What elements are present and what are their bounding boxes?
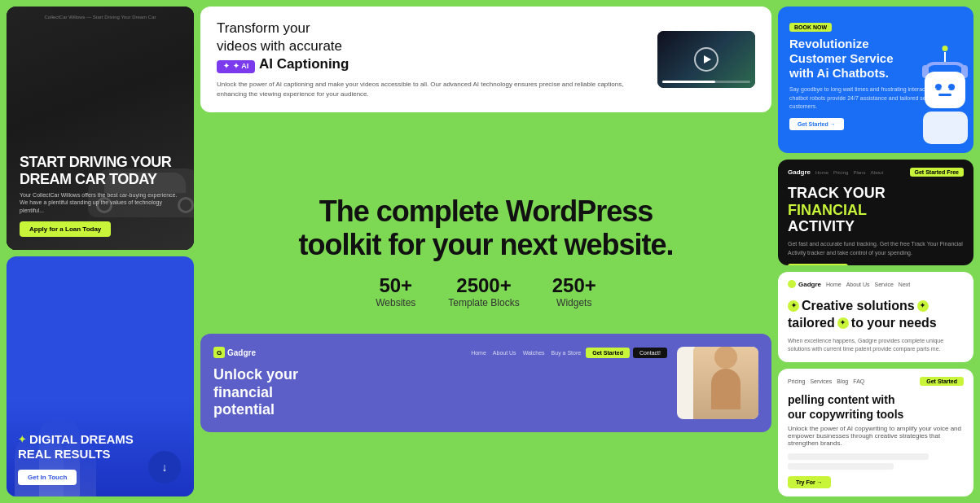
car-card-content: START DRIVING YOUR DREAM CAR TODAY Your … [20,154,181,237]
ft-logo: Gadgre [788,168,811,176]
creative-nav-next: Next [899,282,910,287]
financial-contact[interactable]: Contact! [633,348,667,358]
financial-nav: G Gadgre Home About Us Watches Buy a Sto… [213,347,667,358]
copy-subtitle: Unlock the power of AI copywriting to am… [788,425,964,447]
financial-logo-icon: G [213,347,225,358]
financial-unlock-text: G Gadgre Home About Us Watches Buy a Sto… [213,347,667,419]
car-card-title: START DRIVING YOUR DREAM CAR TODAY [20,154,181,187]
hero-title: The complete WordPress toolkit for your … [298,195,673,262]
ai-captioning-subtitle: Unlock the power of AI captioning and ma… [217,80,644,99]
creative-sparkle2-icon: ✦ [917,300,929,312]
nav-buy: Buy a Store [552,350,582,356]
ft-cta[interactable]: Get Started Free [910,168,964,177]
copy-widget-1 [788,453,929,460]
creative-subtitle: When excellence happens, Gadgre provides… [788,337,964,354]
widgets-label: Widgets [552,297,596,308]
websites-count: 50+ [376,274,415,297]
copy-nav-blog: Blog [837,378,848,384]
chatbot-card: BOOK NOW Revolutionize Customer Service … [778,7,973,153]
main-layout: CollectCar Willows — Start Driving Your … [0,0,980,503]
financial-nav-links: Home About Us Watches Buy a Store [471,350,581,356]
ft-nav-pricing: Pricing [833,170,848,175]
financial-logo: G Gadgre [213,347,256,358]
finance-tracker-card: Gadgre Home Pricing Plans About Get Star… [778,160,973,265]
creative-sparkle-icon: ✦ [788,300,799,312]
creative-solutions-card: Gadgre Home About Us Service Next ✦ Crea… [778,272,973,362]
copy-nav: Pricing Services Blog FAQ Get Started [788,377,964,386]
digital-dreams-title: ✦ DIGITAL DREAMS REAL RESULTS [18,432,182,461]
websites-label: Websites [376,297,415,308]
financial-cta-buttons: Get Started Contact! [586,348,667,358]
ai-captioning-card: Transform yourvideos with accurate ✦ ✦ A… [200,7,771,112]
creative-logo-dot [788,280,796,288]
center-hero: The complete WordPress toolkit for your … [200,176,771,327]
ai-badge: ✦ ✦ AI [217,60,255,73]
financial-get-started[interactable]: Get Started [586,348,630,358]
right-column: BOOK NOW Revolutionize Customer Service … [778,7,973,496]
copywriting-card: Pricing Services Blog FAQ Get Started pe… [778,369,973,496]
copy-title: pelling content withour copywriting tool… [788,392,964,422]
left-column: CollectCar Willows — Start Driving Your … [7,7,194,496]
chatbot-title: Revolutionize Customer Service with Ai C… [789,37,962,81]
copy-cta[interactable]: Try For → [788,476,831,488]
copy-nav-cta[interactable]: Get Started [920,377,964,386]
nav-watches: Watches [523,350,545,356]
nav-about: About Us [493,350,516,356]
chatbot-subtitle: Say goodbye to long wait times and frust… [789,85,962,112]
chatbot-badge: BOOK NOW [789,23,832,32]
play-icon [694,47,719,72]
ai-captioning-text: Transform yourvideos with accurate ✦ ✦ A… [217,20,644,99]
creative-nav: Gadgre Home About Us Service Next [788,280,964,288]
ft-nav-about: About [870,170,883,175]
ft-subtitle: Get fast and accurate fund tracking. Get… [788,240,964,257]
copy-nav-pricing: Pricing [788,378,805,384]
ft-nav-home: Home [815,170,828,175]
chatbot-content: BOOK NOW Revolutionize Customer Service … [789,18,962,130]
ai-captioning-video [657,31,755,88]
hero-section: The complete WordPress toolkit for your … [200,186,771,317]
ft-title: TRACK YOUR FINANCIAL ACTIVITY [788,185,964,235]
copy-widgets [788,453,964,470]
hero-stat-widgets: 250+ Widgets [552,274,596,308]
ft-main-cta[interactable]: Get Started Free [788,264,848,265]
creative-nav-service: Service [875,282,894,287]
ft-nav: Gadgre Home Pricing Plans About Get Star… [788,168,964,177]
copy-nav-services: Services [810,378,832,384]
templates-count: 2500+ [448,274,519,297]
car-card: CollectCar Willows — Start Driving Your … [7,7,194,250]
ai-captioning-title: Transform yourvideos with accurate ✦ ✦ A… [217,20,644,75]
hero-stat-websites: 50+ Websites [376,274,415,308]
center-top: Transform yourvideos with accurate ✦ ✦ A… [200,7,771,169]
templates-label: Template Blocks [448,297,519,308]
car-card-subtitle: Your CollectCar Willows offers the best … [20,191,181,215]
copy-widget-2 [788,463,894,470]
hero-stats: 50+ Websites 2500+ Template Blocks 250+ … [376,274,596,308]
ft-nav-plans: Plans [853,170,865,175]
center-bottom: G Gadgre Home About Us Watches Buy a Sto… [200,334,771,496]
car-card-cta[interactable]: Apply for a Loan Today [20,221,111,237]
nav-home: Home [471,350,486,356]
creative-dot-icon: ✦ [837,317,849,329]
hero-stat-templates: 2500+ Template Blocks [448,274,519,308]
creative-nav-about: About Us [846,282,870,287]
digital-dreams-cta[interactable]: Get In Touch [18,470,77,485]
chatbot-cta[interactable]: Get Started → [789,118,844,130]
widgets-count: 250+ [552,274,596,297]
copy-nav-faq: FAQ [853,378,864,384]
financial-unlock-title: Unlock yourfinancialpotential [213,366,667,419]
creative-logo: Gadgre [788,280,821,288]
financial-person-image [677,347,758,419]
creative-nav-home: Home [826,282,842,287]
financial-unlock-card: G Gadgre Home About Us Watches Buy a Sto… [200,334,771,432]
creative-title: ✦ Creative solutions ✦ tailored ✦ to you… [788,298,964,332]
digital-dreams-content: ✦ DIGITAL DREAMS REAL RESULTS Get In Tou… [18,432,182,485]
car-card-top-text: CollectCar Willows — Start Driving Your … [7,15,194,20]
digital-dreams-card: ✦ DIGITAL DREAMS REAL RESULTS Get In Tou… [7,256,194,496]
ai-sparkle-icon: ✦ [223,62,230,72]
digital-sparkle-icon: ✦ [18,434,26,445]
